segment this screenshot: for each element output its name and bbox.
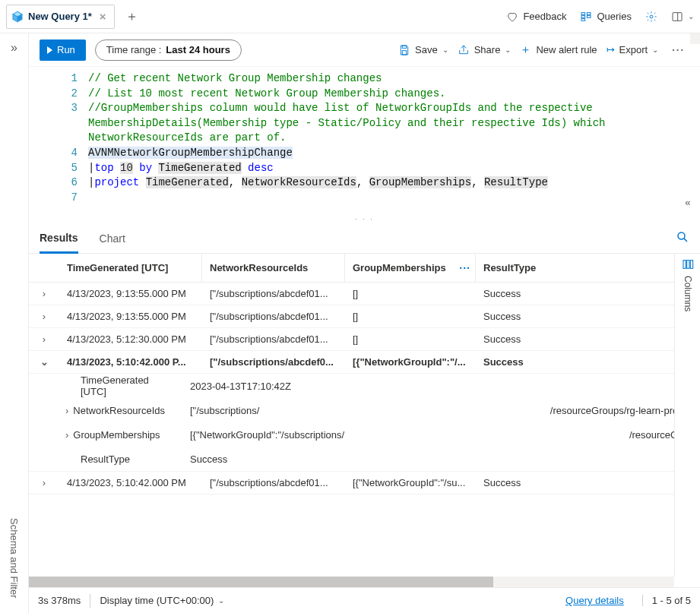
tab-chart[interactable]: Chart bbox=[100, 223, 125, 253]
cell-network: ["/subscriptions/abcdef01... bbox=[202, 288, 345, 299]
cell-time: 4/13/2023, 5:10:42.000 PM bbox=[59, 477, 202, 488]
svg-rect-12 bbox=[683, 261, 686, 269]
add-tab-icon[interactable]: ＋ bbox=[119, 8, 144, 25]
search-results-icon[interactable] bbox=[676, 230, 689, 246]
detail-row: TimeGenerated [UTC]2023-04-13T17:10:42Z bbox=[29, 374, 700, 398]
splitter-handle[interactable]: · · · bbox=[29, 214, 700, 223]
tab-title: New Query 1* bbox=[28, 11, 92, 22]
column-more-icon[interactable]: ··· bbox=[459, 262, 470, 274]
detail-row: ResultTypeSuccess bbox=[29, 447, 700, 471]
settings-button[interactable] bbox=[645, 11, 657, 23]
top-bar: New Query 1* × ＋ Feedback Queries ⌄ bbox=[0, 0, 700, 33]
share-button[interactable]: Share ⌄ bbox=[458, 44, 512, 56]
grid-header: TimeGenerated [UTC] NetworkResourceIds G… bbox=[29, 254, 700, 283]
more-actions[interactable]: ··· bbox=[667, 44, 689, 55]
h-scrollbar-thumb[interactable] bbox=[29, 577, 493, 587]
svg-rect-13 bbox=[686, 261, 689, 269]
cell-time: 4/13/2023, 9:13:55.000 PM bbox=[59, 311, 202, 322]
gear-icon bbox=[645, 11, 657, 23]
cell-groups: [] bbox=[345, 311, 476, 322]
svg-rect-6 bbox=[673, 12, 682, 21]
chevron-right-icon[interactable]: › bbox=[65, 405, 68, 416]
columns-icon bbox=[682, 258, 694, 273]
cell-network: ["/subscriptions/abcdef01... bbox=[202, 311, 345, 322]
panel-button[interactable]: ⌄ bbox=[671, 11, 694, 23]
heart-icon bbox=[506, 11, 518, 23]
row-details: TimeGenerated [UTC]2023-04-13T17:10:42Z›… bbox=[29, 374, 700, 472]
save-icon bbox=[398, 44, 410, 56]
svg-rect-0 bbox=[581, 12, 585, 14]
feedback-button[interactable]: Feedback bbox=[506, 11, 566, 23]
cell-groups: [{"NetworkGroupId":"/... bbox=[345, 356, 476, 368]
table-row[interactable]: ⌄4/13/2023, 5:10:42.000 P...["/subscript… bbox=[29, 351, 700, 374]
query-tab[interactable]: New Query 1* × bbox=[6, 5, 115, 29]
query-editor[interactable]: 1234567 // Get recent Network Group Memb… bbox=[29, 67, 700, 214]
svg-rect-2 bbox=[581, 18, 585, 21]
results-tabs: Results Chart bbox=[29, 223, 700, 254]
share-icon bbox=[458, 44, 470, 56]
play-icon bbox=[47, 46, 52, 54]
results-grid: TimeGenerated [UTC] NetworkResourceIds G… bbox=[29, 254, 700, 577]
queries-button[interactable]: Queries bbox=[580, 11, 632, 23]
col-result[interactable]: ResultType bbox=[476, 254, 700, 282]
col-expander bbox=[29, 254, 59, 282]
detail-value: ["/subscriptions/ bbox=[170, 405, 550, 416]
detail-value: [{"NetworkGroupId":"/subscriptions/ bbox=[170, 429, 629, 441]
status-bar: 3s 378ms Display time (UTC+00:00) ⌄ Quer… bbox=[29, 587, 700, 613]
display-time-selector[interactable]: Display time (UTC+00:00) ⌄ bbox=[100, 595, 224, 606]
save-button[interactable]: Save ⌄ bbox=[398, 44, 448, 56]
time-range-picker[interactable]: Time range : Last 24 hours bbox=[95, 39, 242, 61]
panel-icon bbox=[671, 11, 683, 23]
query-details-link[interactable]: Query details bbox=[565, 595, 624, 606]
collapse-editor-icon[interactable]: » bbox=[685, 196, 691, 210]
svg-rect-4 bbox=[588, 15, 591, 17]
col-time[interactable]: TimeGenerated [UTC] bbox=[59, 254, 202, 282]
cell-time: 4/13/2023, 5:10:42.000 P... bbox=[59, 356, 202, 368]
chevron-down-icon: ⌄ bbox=[505, 46, 511, 54]
run-button[interactable]: Run bbox=[40, 39, 86, 61]
cell-network: ["/subscriptions/abcdef01... bbox=[202, 477, 345, 488]
expand-rail-button[interactable]: » bbox=[0, 33, 28, 62]
cell-network: ["/subscriptions/abcdef01... bbox=[202, 333, 345, 345]
chevron-down-icon: ⌄ bbox=[688, 12, 694, 21]
export-button[interactable]: ↦ Export ⌄ bbox=[607, 44, 659, 55]
chevron-down-icon: ⌄ bbox=[442, 46, 448, 54]
cell-result: Success bbox=[476, 333, 700, 345]
chevron-right-icon[interactable]: › bbox=[29, 288, 59, 299]
left-rail: » Schema and Filter bbox=[0, 33, 29, 613]
svg-rect-8 bbox=[402, 46, 406, 48]
table-row[interactable]: ›4/13/2023, 9:13:55.000 PM["/subscriptio… bbox=[29, 283, 700, 305]
detail-value: 2023-04-13T17:10:42Z bbox=[170, 381, 700, 392]
plus-icon: ＋ bbox=[520, 43, 531, 57]
svg-point-10 bbox=[678, 232, 685, 239]
cell-result: Success bbox=[476, 356, 700, 368]
chevron-right-icon[interactable]: › bbox=[29, 311, 59, 322]
chevron-right-icon[interactable]: › bbox=[29, 333, 59, 345]
close-icon[interactable]: × bbox=[100, 10, 106, 23]
h-scrollbar[interactable] bbox=[29, 577, 674, 587]
col-groups[interactable]: GroupMemberships ··· bbox=[345, 254, 476, 282]
cell-time: 4/13/2023, 9:13:55.000 PM bbox=[59, 288, 202, 299]
result-counter: 1 - 5 of 5 bbox=[642, 595, 691, 606]
columns-rail[interactable]: Columns bbox=[674, 254, 700, 577]
col-network[interactable]: NetworkResourceIds bbox=[202, 254, 345, 282]
query-timing: 3s 378ms bbox=[38, 595, 81, 606]
chevron-down-icon[interactable]: ⌄ bbox=[29, 356, 59, 368]
cell-network: ["/subscriptions/abcdef0... bbox=[202, 356, 345, 368]
table-row[interactable]: ›4/13/2023, 5:10:42.000 PM["/subscriptio… bbox=[29, 472, 700, 495]
new-alert-button[interactable]: ＋ New alert rule bbox=[520, 43, 597, 57]
cell-result: Success bbox=[476, 288, 700, 299]
chevron-right-icon[interactable]: › bbox=[29, 477, 59, 488]
table-row[interactable]: ›4/13/2023, 9:13:55.000 PM["/subscriptio… bbox=[29, 305, 700, 328]
schema-filter-label[interactable]: Schema and Filter bbox=[8, 518, 20, 599]
svg-rect-14 bbox=[690, 261, 692, 269]
cell-result: Success bbox=[476, 311, 700, 322]
svg-rect-9 bbox=[402, 50, 406, 54]
svg-rect-1 bbox=[581, 15, 585, 17]
cube-icon bbox=[11, 11, 24, 23]
chevron-right-icon[interactable]: › bbox=[65, 429, 68, 441]
tab-results[interactable]: Results bbox=[40, 224, 78, 254]
code-area[interactable]: // Get recent Network Group Membership c… bbox=[88, 71, 700, 205]
table-row[interactable]: ›4/13/2023, 5:12:30.000 PM["/subscriptio… bbox=[29, 328, 700, 351]
chevron-down-icon: ⌄ bbox=[218, 596, 224, 605]
